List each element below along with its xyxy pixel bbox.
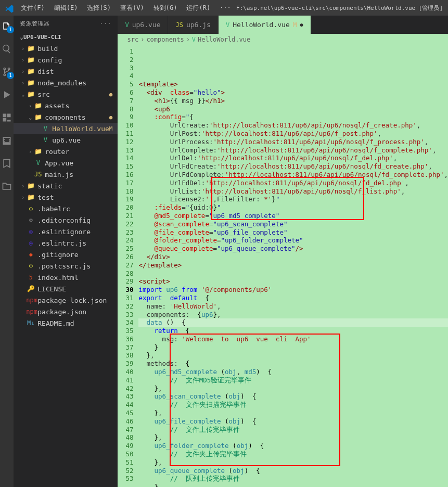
code-line-42[interactable]: up6_file_complete (obj) { (138, 417, 448, 426)
sidebar-more-icon[interactable]: ··· (100, 20, 112, 27)
code-line-32[interactable]: msg: 'Welcome to up6 vue cli App' (138, 335, 448, 343)
tree-item--gitignore[interactable]: ◆.gitignore (14, 249, 118, 260)
code-line-30[interactable]: data () { (138, 318, 448, 327)
code-line-10[interactable]: UrlDel:'http://localhost:811/up6/api/up6… (138, 154, 448, 162)
tree-item--postcssrc-js[interactable]: ⚙.postcssrc.js (14, 260, 118, 272)
code-editor[interactable]: 1234567891011121314151617181920212223242… (118, 45, 448, 487)
code-line-9[interactable]: UrlComplete:'http://localhost:811/up6/ap… (138, 146, 448, 155)
tree-item-dist[interactable]: ›📁dist (14, 66, 118, 77)
code-line-20[interactable]: @folder_complete="up6_folder_complete" (138, 236, 448, 245)
code-line-35[interactable]: methods: { (138, 360, 448, 368)
code-line-37[interactable]: // 文件MD5验证完毕事件 (138, 376, 448, 385)
code-line-44[interactable]: }, (138, 433, 448, 442)
tree-item-node-modules[interactable]: ›📁node_modules (14, 77, 118, 88)
bc-file[interactable]: HelloWorld.vue (198, 36, 250, 43)
code-line-46[interactable]: // 文件夹上传完毕事件 (138, 450, 448, 458)
run-debug-icon[interactable] (1, 88, 13, 101)
code-line-29[interactable]: components: {up6}, (138, 311, 448, 319)
code-line-33[interactable]: } (138, 343, 448, 352)
code-line-6[interactable]: UrlCreate:'http://localhost:811/up6/api/… (138, 121, 448, 130)
menu-more[interactable]: ··· (215, 2, 235, 15)
code-line-19[interactable]: @file_complete="up6_file_complete" (138, 228, 448, 237)
breadcrumbs[interactable]: src › components › V HelloWorld.vue (118, 34, 448, 45)
menu-run[interactable]: 运行(R) (182, 2, 214, 15)
code-line-45[interactable]: up6_folder_complete (obj) { (138, 442, 448, 450)
tab-up6-vue[interactable]: Vup6.vue (118, 16, 168, 34)
tree-item-assets[interactable]: ›📁assets (14, 100, 118, 111)
tree-item-components[interactable]: ⌄📁components● (14, 111, 118, 123)
tree-item-package-json[interactable]: npmpackage.json (14, 306, 118, 317)
code-line-4[interactable]: <up6 (138, 105, 448, 113)
code-line-40[interactable]: // 文件夹扫描完毕事件 (138, 401, 448, 409)
tree-item--editorconfig[interactable]: ⚙.editorconfig (14, 214, 118, 226)
source-control-icon[interactable]: 1 (1, 66, 13, 78)
tree-item-helloworld-vue[interactable]: VHelloWorld.vueM (14, 123, 118, 134)
tree-item-config[interactable]: ›📁config (14, 54, 118, 66)
menu-select[interactable]: 选择(S) (83, 2, 115, 15)
code-line-22[interactable]: </div> (138, 253, 448, 261)
code-line-3[interactable]: <h1>{{ msg }}</h1> (138, 97, 448, 105)
code-line-25[interactable]: <script> (138, 277, 448, 286)
tree-item-package-lock-json[interactable]: npmpackage-lock.json (14, 294, 118, 306)
extensions-icon[interactable] (1, 111, 13, 124)
code-content[interactable]: <template> <div class="hello"> <h1>{{ ms… (138, 45, 448, 487)
code-line-12[interactable]: UrlFdComplete:'http://localhost:811/up6/… (138, 171, 448, 179)
code-line-21[interactable]: @queue_complete="up6_queue_complete"/> (138, 245, 448, 253)
code-line-11[interactable]: UrlFdCreate:'http://localhost:811/up6/ap… (138, 162, 448, 171)
tree-item-main-js[interactable]: JSmain.js (14, 169, 118, 180)
code-line-49[interactable]: // 队列上传完毕事件 (138, 475, 448, 483)
tree-item-app-vue[interactable]: VApp.vue (14, 157, 118, 169)
code-line-24[interactable] (138, 270, 448, 278)
code-line-38[interactable]: }, (138, 385, 448, 393)
tree-item-license[interactable]: 🔑LICENSE (14, 283, 118, 294)
tree-item--babelrc[interactable]: ⚙.babelrc (14, 203, 118, 214)
code-line-31[interactable]: return { (138, 327, 448, 335)
code-line-47[interactable]: }, (138, 458, 448, 467)
search-icon[interactable] (1, 43, 13, 55)
tree-item-index-html[interactable]: 5index.html (14, 272, 118, 283)
code-line-36[interactable]: up6_md5_complete (obj, md5) { (138, 368, 448, 376)
code-line-15[interactable]: License2:'',FileFilter:'*'}" (138, 195, 448, 203)
remote-icon[interactable] (1, 134, 13, 147)
code-line-39[interactable]: up6_scan_complete (obj) { (138, 392, 448, 401)
menu-edit[interactable]: 编辑(E) (50, 2, 82, 15)
code-line-1[interactable]: <template> (138, 80, 448, 88)
tree-item-router[interactable]: ›📁router (14, 146, 118, 157)
tree-item--eslintrc-js[interactable]: ◎.eslintrc.js (14, 237, 118, 249)
bc-src[interactable]: src (127, 36, 138, 43)
code-line-28[interactable]: name: 'HelloWorld', (138, 302, 448, 311)
bookmark-icon[interactable] (1, 157, 13, 170)
folder-icon[interactable] (1, 180, 13, 193)
tree-item-src[interactable]: ⌄📁src● (14, 88, 118, 100)
code-line-7[interactable]: UrlPost:'http://localhost:811/up6/api/up… (138, 130, 448, 138)
code-line-2[interactable]: <div class="hello"> (138, 88, 448, 97)
tree-item-up6-vue[interactable]: Vup6.vue (14, 134, 118, 146)
tree-item-build[interactable]: ›📁build (14, 43, 118, 54)
explorer-icon[interactable]: 1 (1, 20, 13, 32)
code-line-41[interactable]: }, (138, 409, 448, 417)
code-line-13[interactable]: UrlFdDel:'http://localhost:811/up6/api/u… (138, 179, 448, 187)
code-line-43[interactable]: // 文件上传完毕事件 (138, 426, 448, 434)
code-line-27[interactable]: export default { (138, 294, 448, 302)
bc-components[interactable]: components (146, 36, 184, 43)
tree-item--eslintignore[interactable]: ◎.eslintignore (14, 226, 118, 237)
code-line-14[interactable]: UrlList:'http://localhost:811/up6/api/up… (138, 187, 448, 196)
tab-helloworld-vue[interactable]: VHelloWorld.vueM● (219, 16, 311, 34)
menu-view[interactable]: 查看(V) (116, 2, 148, 15)
tree-item-static[interactable]: ›📁static (14, 180, 118, 191)
code-line-26[interactable]: import up6 from '@/components/up6' (138, 286, 448, 294)
menu-file[interactable]: 文件(F) (17, 2, 49, 15)
code-line-23[interactable]: </template> (138, 261, 448, 270)
code-line-48[interactable]: up6_queue_complete (obj) { (138, 467, 448, 475)
code-line-34[interactable]: }, (138, 351, 448, 360)
code-line-17[interactable]: @md5_complete="up6_md5_complete" (138, 212, 448, 220)
tree-item-test[interactable]: ›📁test (14, 191, 118, 203)
code-line-18[interactable]: @scan_complete="up6_scan_complete" (138, 220, 448, 228)
code-line-16[interactable]: :fields="{uid:0}" (138, 203, 448, 212)
code-line-8[interactable]: UrlProcess:'http://localhost:811/up6/api… (138, 138, 448, 146)
code-line-5[interactable]: :config="{ (138, 113, 448, 121)
tree-item-readme-md[interactable]: M↓README.md (14, 317, 118, 329)
code-line-50[interactable]: } (138, 483, 448, 487)
menu-goto[interactable]: 转到(G) (149, 2, 182, 15)
tab-up6-js[interactable]: JSup6.js (168, 16, 218, 34)
